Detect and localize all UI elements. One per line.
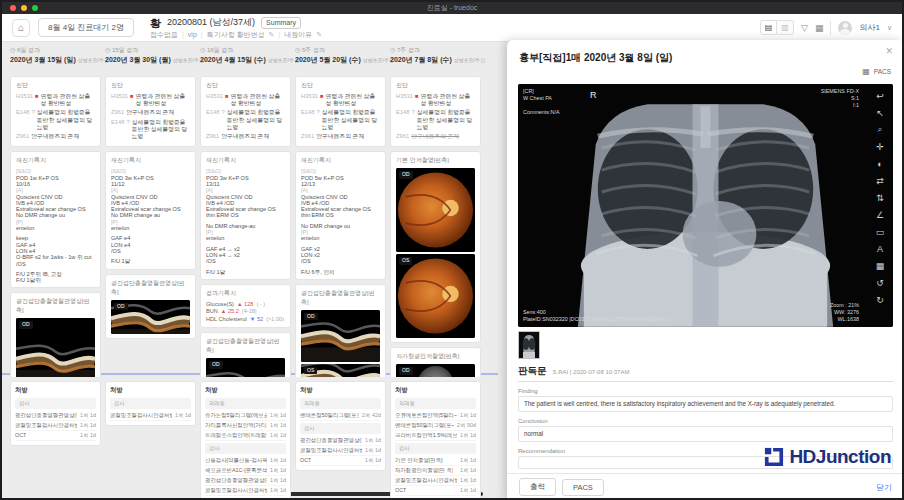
diagnosis-row[interactable]: Z961안구내렌즈의 존재 bbox=[301, 133, 380, 140]
diagnosis-row[interactable]: Z961안구내렌즈의 존재 bbox=[396, 133, 475, 140]
rx-item[interactable]: 광간섭단층촬영혈관영상(편측~1회 1d bbox=[205, 476, 286, 486]
images-card[interactable]: 광간섭단층촬영혈관영상[편측] OD OS bbox=[295, 284, 386, 377]
rx-item[interactable]: 헤모글로빈A1C-[문획분석~1회 1d bbox=[205, 466, 286, 476]
diagnosis-card[interactable]: 진단H3531■연령과 관련된 삼출성 황반변성E148?상세불명의 합병증을 … bbox=[295, 76, 386, 147]
medical-image[interactable]: OD bbox=[396, 364, 475, 377]
diagnosis-row[interactable]: H3531■연령과 관련된 삼출성 황반변성 bbox=[206, 93, 285, 107]
rotate-left-icon[interactable]: ↺ bbox=[871, 274, 889, 291]
diagnosis-card[interactable]: 진단H3531■연령과 관련된 삼출성 황반변성E148?상세불명의 합병증을 … bbox=[200, 76, 291, 147]
prescription-card[interactable]: 처방외래용오큐메토론점안액(5밀리~1회 1d엔테론정50밀리그램(포~2회 9… bbox=[390, 381, 481, 500]
rx-item[interactable]: 굴절및조절검사시안경처방전~1회 1d bbox=[15, 421, 96, 431]
images-card[interactable]: 광간섭단층촬영혈관영상[편측] OD bbox=[10, 292, 101, 377]
note-card[interactable]: 재진기록지[S&O]POD 3w K+P OS11/12[A]Quiscient… bbox=[105, 151, 196, 269]
rx-item[interactable]: 엔테론정50밀리그램(포도~2회 42d bbox=[300, 411, 381, 421]
list-view-button[interactable]: ▥ bbox=[777, 20, 794, 35]
rx-item[interactable]: OCT1회 1d bbox=[300, 456, 381, 466]
rx-item[interactable]: 트레할로스점안액(트레할로스~1회 1d bbox=[205, 431, 286, 441]
images-card[interactable]: 광간섭단층촬영혈관영상[편측] OD bbox=[200, 332, 291, 377]
summary-badge[interactable]: Summary bbox=[261, 17, 301, 29]
images-card[interactable]: 자가형광안저촬영[편측] OD bbox=[390, 347, 481, 377]
prescription-card[interactable]: 처방검사광간섭단층촬영혈관영상(편측~1회 1d굴절및조절검사시안경처방전~1회… bbox=[10, 381, 101, 446]
visit-header[interactable]: ◷ 7주 경과2020년 7월 8일 (수)상병초진/주간 bbox=[390, 46, 481, 72]
finding-field[interactable]: The patient is well centred, there is sa… bbox=[518, 396, 893, 412]
flip-horizontal-icon[interactable]: ⇄ bbox=[871, 172, 889, 189]
close-panel-link[interactable]: 닫기 bbox=[876, 482, 892, 493]
diagnosis-row[interactable]: E148?상세불명의 합병증을 동반한 상세불명의 당뇨병 bbox=[396, 109, 475, 131]
visit-header[interactable]: ◷ 5주 경과2020년 5월 20일 (수)상병초진/주간 bbox=[295, 46, 386, 72]
angle-icon[interactable]: ∠ bbox=[871, 206, 889, 223]
diagnosis-row[interactable]: H3531■연령과 관련된 삼출성 황반변성 bbox=[301, 93, 380, 107]
edit-icon[interactable]: ✎ bbox=[269, 31, 275, 39]
diagnosis-row[interactable]: E148?상세불명의 합병증을 동반한 상세불명의 당뇨병 bbox=[16, 109, 95, 131]
rotate-right-icon[interactable]: ↻ bbox=[871, 291, 889, 308]
medical-image[interactable]: OD bbox=[16, 318, 95, 377]
visit-header[interactable]: ◷ 16일 경과2020년 4월 15일 (수)상병초진/주간 bbox=[200, 46, 291, 72]
waiting-list-button[interactable]: 8월 4일 진료대기 2명 bbox=[38, 18, 134, 37]
rx-item[interactable]: OCT1회 1d bbox=[15, 431, 96, 441]
pacs-label[interactable]: PACS bbox=[874, 68, 891, 75]
rx-item[interactable]: 광간섭단층촬영혈관영상(편측~1회 1d bbox=[300, 436, 381, 446]
note-card[interactable]: 재진기록지[S&O]POD 1w K+P OS10/16[A]Quiscient… bbox=[10, 151, 101, 288]
rx-item[interactable]: 굴절및조절검사시안경처방전~1회 1d bbox=[205, 486, 286, 496]
avatar[interactable] bbox=[838, 21, 852, 35]
rx-item[interactable]: 산동검사[약물산동-검사목적]1회 1d bbox=[205, 456, 286, 466]
rx-item[interactable]: 가티플록사신점안액(가티플록사~1회 1d bbox=[205, 421, 286, 431]
rx-item[interactable]: OCT1회 1d bbox=[205, 496, 286, 500]
home-button[interactable]: ⌂ bbox=[12, 19, 30, 37]
rx-item[interactable]: 크라비트점안액1.5%(레보~1회 1d bbox=[395, 431, 476, 441]
rx-item[interactable]: 슈가논정5밀리그램(에보글립틴~1회 1d bbox=[205, 411, 286, 421]
flip-vertical-icon[interactable]: ⇅ bbox=[871, 189, 889, 206]
prescription-card[interactable]: 처방외래용슈가논정5밀리그램(에보글립틴~1회 1d가티플록사신점안액(가티플록… bbox=[200, 381, 291, 500]
timeline-view-button[interactable]: ▤ bbox=[760, 20, 777, 35]
images-card[interactable]: 광간섭단층촬영혈관영상[편측] OD bbox=[105, 274, 196, 339]
zoom-icon[interactable]: ⌕ bbox=[871, 121, 889, 138]
diagnosis-row[interactable]: E148?상세불명의 합병증을 동반한 상세불명의 당뇨병 bbox=[206, 109, 285, 131]
rx-item[interactable]: 굴절및조절검사시안경처방전~1회 1d bbox=[110, 411, 191, 421]
filter-icon[interactable]: ▽ bbox=[801, 23, 808, 33]
diagnosis-row[interactable]: H3531■연령과 관련된 삼출성 황반변성 bbox=[396, 93, 475, 107]
diagnosis-row[interactable]: Z961안구내렌즈의 존재 bbox=[16, 133, 95, 140]
conclusion-field[interactable]: normal bbox=[518, 426, 893, 442]
layout-icon[interactable]: ▦ bbox=[871, 257, 889, 274]
diagnosis-card[interactable]: 진단H3531■연령과 관련된 삼출성 황반변성E148?상세불명의 합병증을 … bbox=[390, 76, 481, 147]
labs-card[interactable]: 경과기록지Glucose(S)▲ 128( - )BUN▲ 25.2(4-18)… bbox=[200, 284, 291, 329]
annotation-icon[interactable]: A bbox=[871, 240, 889, 257]
rx-item[interactable]: 엔테론정50밀리그램(포~2회 90d bbox=[395, 421, 476, 431]
rx-item[interactable]: OCT1회 1d bbox=[395, 486, 476, 496]
note-card[interactable]: 재진기록지[S&O]POD 5w K+P OS12/13[A]Quiscient… bbox=[295, 151, 386, 279]
diagnosis-row[interactable]: E148?상세불명의 합병증을 동반한 상세불명의 당뇨병 bbox=[301, 109, 380, 131]
diagnosis-card[interactable]: 진단H3531■연령과 관련된 삼출성 황반변성E148?상세불명의 합병증을 … bbox=[10, 76, 101, 147]
layout-grid-icon[interactable]: ▦ bbox=[815, 23, 824, 33]
diagnosis-row[interactable]: Z961안구내렌즈의 존재 bbox=[111, 109, 190, 116]
images-card[interactable]: 기본 안저촬영[편측] OD OS bbox=[390, 151, 481, 343]
visit-header[interactable]: ◷ 6일 경과2020년 3월 15일 (일)상병초진/주간 bbox=[10, 46, 101, 72]
diagnosis-row[interactable]: Z961안구내렌즈의 존재 bbox=[206, 133, 285, 140]
close-icon[interactable]: ✕ bbox=[885, 46, 893, 56]
medical-image[interactable]: OS bbox=[301, 364, 380, 377]
undo-icon[interactable]: ↩ bbox=[871, 87, 889, 104]
xray-image-area[interactable]: [CR] W Chest PA Comments:N/A R SIEMENS F… bbox=[518, 84, 893, 327]
medical-image[interactable]: OS bbox=[396, 254, 475, 338]
medical-image[interactable]: OD bbox=[111, 300, 190, 334]
pan-icon[interactable]: ✛ bbox=[871, 138, 889, 155]
rx-item[interactable]: 광간섭단층촬영혈관영상(편측~1회 1d bbox=[15, 411, 96, 421]
chevron-down-icon[interactable]: ∨ bbox=[887, 24, 892, 32]
rect-roi-icon[interactable]: ▭ bbox=[871, 223, 889, 240]
medical-image[interactable]: OD bbox=[301, 310, 380, 362]
pacs-button[interactable]: PACS bbox=[562, 479, 604, 496]
diagnosis-card[interactable]: 진단H3531■연령과 관련된 삼출성 황반변성Z961안구내렌즈의 존재E14… bbox=[105, 76, 196, 147]
pacs-grid-icon[interactable]: ▦ bbox=[862, 67, 870, 76]
rx-item[interactable]: 굴절및조절검사시안경처방~1회 1d bbox=[395, 476, 476, 486]
rx-item[interactable]: 굴절및조절검사시안경처방전~1회 1d bbox=[300, 446, 381, 456]
diagnosis-row[interactable]: H3531■연령과 관련된 삼출성 황반변성 bbox=[111, 93, 190, 107]
diagnosis-row[interactable]: H3531■연령과 관련된 삼출성 황반변성 bbox=[16, 93, 95, 107]
medical-image[interactable]: OD bbox=[396, 168, 475, 252]
visit-header[interactable]: ◷ 15일 경과2020년 3월 30일 (월)상병초진/주간 bbox=[105, 46, 196, 72]
edit-icon[interactable]: ✎ bbox=[316, 31, 322, 39]
diagnosis-row[interactable]: E148?상세불명의 합병증을 동반한 상세불명의 당뇨병 bbox=[111, 119, 190, 141]
rx-item[interactable]: 자가형광안저촬영[편 측]1회 1d bbox=[395, 466, 476, 476]
window-level-icon[interactable]: ◐ bbox=[871, 155, 889, 172]
print-button[interactable]: 출력 bbox=[519, 478, 556, 496]
rx-item[interactable]: 기본 안저촬영[편측]1회 1d bbox=[395, 456, 476, 466]
note-card[interactable]: 재진기록지[S&O]POD 3w K+P OS13/11[A]Quiscient… bbox=[200, 151, 291, 279]
